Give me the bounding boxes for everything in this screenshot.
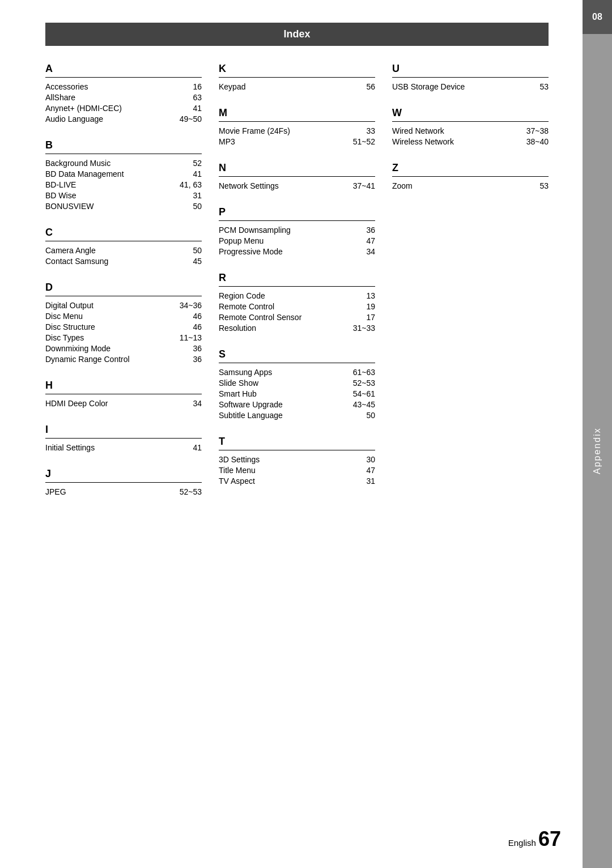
index-entry: Disc Structure46 — [45, 322, 202, 331]
entry-name: HDMI Deep Color — [45, 399, 173, 408]
section-letter-I: I — [45, 424, 202, 436]
entry-page: 49~50 — [173, 114, 202, 124]
index-entry: Audio Language49~50 — [45, 114, 202, 124]
section-H: HHDMI Deep Color34 — [45, 380, 202, 408]
entry-name: Initial Settings — [45, 443, 173, 452]
entry-page: 46 — [173, 312, 202, 321]
section-letter-W: W — [392, 107, 549, 119]
entry-page: 54~61 — [347, 389, 375, 398]
entry-page: 45 — [173, 257, 202, 266]
entry-page: 37~41 — [347, 181, 375, 190]
section-letter-P: P — [219, 206, 375, 218]
entry-page: 31~33 — [347, 324, 375, 333]
entry-name: Network Settings — [219, 181, 347, 190]
section-divider-N — [219, 176, 375, 177]
section-letter-Z: Z — [392, 162, 549, 174]
entry-name: 3D Settings — [219, 455, 347, 464]
index-entry: Samsung Apps61~63 — [219, 368, 375, 377]
entry-name: JPEG — [45, 487, 173, 496]
section-W: WWired Network37~38Wireless Network38~40 — [392, 107, 549, 146]
entry-name: Disc Menu — [45, 312, 173, 321]
index-entry: AllShare63 — [45, 93, 202, 102]
section-letter-T: T — [219, 436, 375, 448]
entry-name: Subtitle Language — [219, 411, 347, 420]
column-1: KKeypad56MMovie Frame (24Fs)33MP351~52NN… — [219, 63, 392, 512]
index-entry: JPEG52~53 — [45, 487, 202, 496]
entry-page: 11~13 — [173, 333, 202, 342]
side-tab: 08 Appendix — [583, 0, 612, 868]
entry-page: 41, 63 — [173, 180, 202, 189]
index-entry: Network Settings37~41 — [219, 181, 375, 190]
entry-page: 53 — [520, 82, 549, 91]
section-divider-K — [219, 77, 375, 78]
entry-name: AllShare — [45, 93, 173, 102]
index-entry: BONUSVIEW50 — [45, 202, 202, 211]
entry-name: Contact Samsung — [45, 257, 173, 266]
entry-page: 50 — [173, 246, 202, 255]
section-divider-R — [219, 286, 375, 287]
main-content: Index AAccessories16AllShare63Anynet+ (H… — [0, 0, 583, 868]
index-entry: Zoom53 — [392, 181, 549, 190]
entry-page: 51~52 — [347, 137, 375, 146]
entry-page: 52~53 — [173, 487, 202, 496]
footer-english-label: English — [508, 838, 536, 848]
side-tab-label: Appendix — [583, 34, 612, 868]
section-letter-N: N — [219, 162, 375, 174]
index-entry: Background Music52 — [45, 159, 202, 168]
index-entry: Accessories16 — [45, 82, 202, 91]
index-entry: Camera Angle50 — [45, 246, 202, 255]
entry-page: 37~38 — [520, 126, 549, 135]
index-entry: USB Storage Device53 — [392, 82, 549, 91]
index-entry: Progressive Mode34 — [219, 247, 375, 256]
entry-name: Smart Hub — [219, 389, 347, 398]
section-divider-P — [219, 220, 375, 221]
entry-name: Remote Control Sensor — [219, 313, 347, 322]
entry-page: 41 — [173, 443, 202, 452]
entry-name: Accessories — [45, 82, 173, 91]
entry-page: 36 — [173, 355, 202, 364]
entry-page: 43~45 — [347, 400, 375, 409]
section-letter-U: U — [392, 63, 549, 75]
index-entry: Downmixing Mode36 — [45, 344, 202, 353]
entry-page: 16 — [173, 82, 202, 91]
section-M: MMovie Frame (24Fs)33MP351~52 — [219, 107, 375, 146]
entry-name: MP3 — [219, 137, 347, 146]
section-divider-A — [45, 77, 202, 78]
entry-name: Disc Types — [45, 333, 173, 342]
entry-page: 13 — [347, 291, 375, 300]
section-D: DDigital Output34~36Disc Menu46Disc Stru… — [45, 282, 202, 364]
section-Z: ZZoom53 — [392, 162, 549, 190]
section-J: JJPEG52~53 — [45, 468, 202, 496]
entry-page: 36 — [347, 225, 375, 235]
section-C: CCamera Angle50Contact Samsung45 — [45, 227, 202, 266]
entry-name: Dynamic Range Control — [45, 355, 173, 364]
index-entry: Subtitle Language50 — [219, 411, 375, 420]
section-letter-C: C — [45, 227, 202, 239]
entry-name: Wireless Network — [392, 137, 520, 146]
index-entry: Software Upgrade43~45 — [219, 400, 375, 409]
entry-name: Wired Network — [392, 126, 520, 135]
index-entry: Disc Types11~13 — [45, 333, 202, 342]
section-divider-U — [392, 77, 549, 78]
section-P: PPCM Downsampling36Popup Menu47Progressi… — [219, 206, 375, 256]
section-divider-C — [45, 241, 202, 241]
entry-page: 46 — [173, 322, 202, 331]
index-entry: Smart Hub54~61 — [219, 389, 375, 398]
entry-page: 47 — [347, 236, 375, 245]
entry-page: 41 — [173, 104, 202, 113]
section-divider-I — [45, 438, 202, 439]
entry-name: Camera Angle — [45, 246, 173, 255]
entry-name: PCM Downsampling — [219, 225, 347, 235]
entry-name: Remote Control — [219, 302, 347, 311]
section-I: IInitial Settings41 — [45, 424, 202, 452]
entry-page: 41 — [173, 169, 202, 178]
entry-page: 61~63 — [347, 368, 375, 377]
index-entry: Region Code13 — [219, 291, 375, 300]
index-entry: HDMI Deep Color34 — [45, 399, 202, 408]
index-entry: Remote Control Sensor17 — [219, 313, 375, 322]
entry-name: TV Aspect — [219, 476, 347, 486]
section-divider-S — [219, 363, 375, 363]
index-entry: BD-LIVE41, 63 — [45, 180, 202, 189]
entry-name: Samsung Apps — [219, 368, 347, 377]
index-entry: Remote Control19 — [219, 302, 375, 311]
